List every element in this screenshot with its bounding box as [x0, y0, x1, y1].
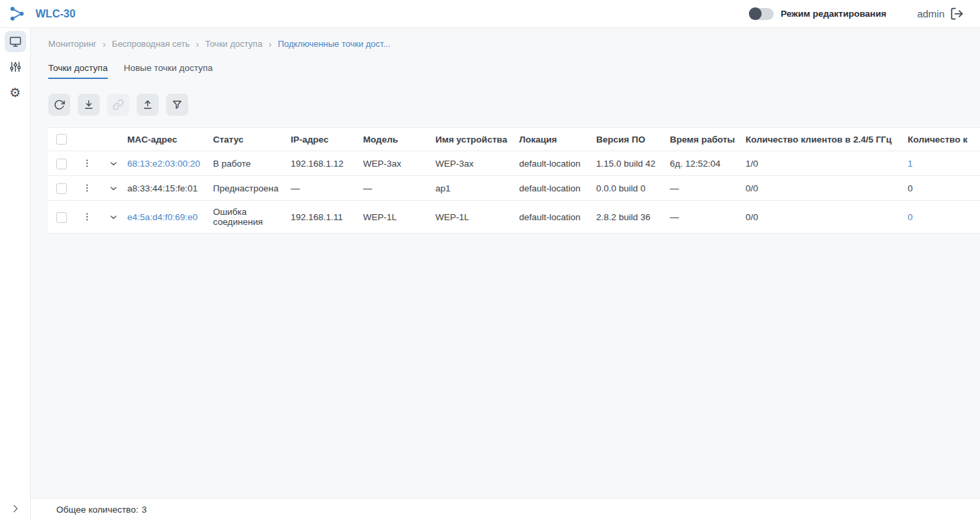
main-area: Мониторинг › Беспроводная сеть › Точки д…	[31, 28, 980, 520]
column-header-actions	[75, 128, 99, 151]
select-all-checkbox[interactable]	[56, 134, 67, 145]
username: admin	[917, 8, 944, 19]
column-header-expand	[99, 128, 127, 151]
tabs: Точки доступа Новые точки доступа	[48, 63, 980, 79]
column-header-clients: Количество клиентов в 2.4/5 ГГц	[746, 128, 908, 151]
gear-icon: ⚙	[9, 86, 21, 99]
row-checkbox[interactable]	[56, 183, 67, 194]
column-header-model: Модель	[363, 128, 435, 151]
chevron-right-icon	[10, 503, 21, 514]
status-bar: Общее количество: 3	[31, 498, 980, 520]
table-row[interactable]: 68:13:e2:03:00:20 В работе 192.168.1.12 …	[48, 151, 980, 176]
sliders-icon	[9, 60, 22, 74]
clients-count-link[interactable]: 1	[908, 159, 913, 169]
filter-button[interactable]	[166, 94, 188, 116]
tab-new-access-points[interactable]: Новые точки доступа	[124, 63, 213, 79]
table-row[interactable]: a8:33:44:15:fe:01 Преднастроена — — ap1 …	[48, 176, 980, 201]
download-button[interactable]	[78, 94, 100, 116]
access-points-table: MAC-адрес Статус IP-адрес Модель Имя уст…	[48, 127, 980, 234]
refresh-button[interactable]	[48, 94, 70, 116]
sidebar-item-monitoring[interactable]	[5, 31, 26, 52]
location-cell: default-location	[519, 176, 596, 201]
clients-cell: 1/0	[746, 151, 908, 176]
mac-address-text: a8:33:44:15:fe:01	[127, 183, 198, 193]
breadcrumb: Мониторинг › Беспроводная сеть › Точки д…	[48, 39, 980, 49]
mac-address-link[interactable]: e4:5a:d4:f0:69:e0	[127, 212, 198, 222]
brand: WLC-30	[9, 5, 76, 22]
location-cell: default-location	[519, 151, 596, 176]
clients-count-link[interactable]: 0	[908, 212, 913, 222]
breadcrumb-item-monitoring[interactable]: Мониторинг	[48, 39, 96, 49]
ip-cell: 192.168.1.12	[291, 151, 363, 176]
row-checkbox[interactable]	[56, 212, 67, 223]
content: Мониторинг › Беспроводная сеть › Точки д…	[31, 28, 980, 498]
location-cell: default-location	[519, 201, 596, 234]
logout-icon[interactable]	[950, 7, 964, 21]
breadcrumb-item-access-points[interactable]: Точки доступа	[205, 39, 262, 49]
upload-button[interactable]	[137, 94, 159, 116]
column-header-mac: MAC-адрес	[127, 128, 213, 151]
breadcrumb-item-wireless[interactable]: Беспроводная сеть	[112, 39, 190, 49]
model-cell: —	[363, 176, 435, 201]
column-header-device-name: Имя устройства	[435, 128, 519, 151]
status-cell: Преднастроена	[213, 176, 291, 201]
column-header-status: Статус	[213, 128, 291, 151]
breadcrumb-separator: ›	[196, 39, 199, 49]
row-actions-kebab-icon[interactable]	[82, 182, 92, 194]
uptime-cell: —	[670, 201, 746, 234]
mac-address-link[interactable]: 68:13:e2:03:00:20	[127, 159, 200, 169]
filter-icon	[171, 99, 183, 110]
row-checkbox[interactable]	[56, 159, 67, 169]
monitor-icon	[9, 35, 22, 48]
column-header-ip: IP-адрес	[291, 128, 363, 151]
edit-mode-label: Режим редактирования	[781, 9, 887, 19]
top-bar: WLC-30 Режим редактирования admin	[0, 0, 980, 28]
status-cell: Ошибка соединения	[213, 201, 291, 234]
status-cell: В работе	[213, 151, 291, 176]
row-actions-kebab-icon[interactable]	[82, 211, 92, 223]
sidebar-item-settings[interactable]: ⚙	[5, 82, 26, 103]
uptime-cell: 6д. 12:52:04	[670, 151, 746, 176]
table-row[interactable]: e4:5a:d4:f0:69:e0 Ошибка соединения 192.…	[48, 201, 980, 234]
ip-cell: —	[291, 176, 363, 201]
column-header-clients2: Количество к	[908, 128, 980, 151]
device-name-cell: ap1	[435, 176, 519, 201]
sidebar-item-statistics[interactable]	[5, 56, 26, 78]
clients-count-text: 0	[908, 183, 913, 193]
download-icon	[83, 99, 94, 110]
breadcrumb-separator: ›	[269, 39, 272, 49]
sidebar: ⚙	[0, 28, 31, 520]
column-header-firmware: Версия ПО	[596, 128, 670, 151]
clients-cell: 0/0	[746, 201, 908, 234]
firmware-cell: 2.8.2 build 36	[596, 201, 670, 234]
refresh-icon	[54, 99, 65, 110]
top-bar-right: Режим редактирования admin	[750, 7, 964, 21]
row-expand-chevron-icon[interactable]	[109, 212, 119, 222]
model-cell: WEP-1L	[363, 201, 435, 234]
firmware-cell: 0.0.0 build 0	[596, 176, 670, 201]
link-icon	[113, 99, 124, 110]
clients-cell: 0/0	[746, 176, 908, 201]
table-header-row: MAC-адрес Статус IP-адрес Модель Имя уст…	[48, 128, 980, 151]
edit-mode-toggle[interactable]	[750, 8, 774, 20]
column-header-location: Локация	[519, 128, 596, 151]
device-name-cell: WEP-1L	[435, 201, 519, 234]
uptime-cell: —	[670, 176, 746, 201]
link-button[interactable]	[107, 94, 129, 116]
row-actions-kebab-icon[interactable]	[82, 157, 92, 169]
sidebar-expand-button[interactable]	[10, 503, 21, 514]
column-header-uptime: Время работы	[670, 128, 746, 151]
row-expand-chevron-icon[interactable]	[109, 159, 119, 169]
breadcrumb-separator: ›	[102, 39, 106, 49]
toolbar	[48, 94, 980, 116]
device-name-cell: WEP-3ax	[435, 151, 519, 176]
row-expand-chevron-icon[interactable]	[109, 183, 119, 193]
ip-cell: 192.168.1.11	[291, 201, 363, 234]
breadcrumb-item-current[interactable]: Подключенные точки дост...	[278, 39, 391, 49]
app-shell: ⚙ Мониторинг › Беспроводная сеть › Точки…	[0, 28, 980, 520]
total-count-value: 3	[141, 505, 147, 515]
network-nodes-icon[interactable]	[9, 5, 25, 22]
model-cell: WEP-3ax	[363, 151, 435, 176]
app-title: WLC-30	[36, 8, 76, 20]
tab-access-points[interactable]: Точки доступа	[48, 63, 108, 79]
